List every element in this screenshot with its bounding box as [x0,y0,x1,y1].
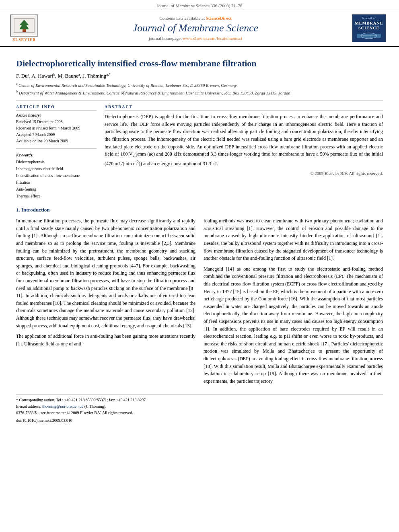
article-info-label: ARTICLE INFO [16,105,97,111]
homepage-label: journal homepage: [149,36,182,41]
info-abstract-cols: ARTICLE INFO Article history: Received 1… [16,105,383,199]
corresponding-text: * Corresponding author. Tel.: +49 421 21… [16,398,147,402]
article-history: Article history: Received 15 December 20… [16,113,97,144]
email-line: E-mail address: thoening@uni-bremen.de (… [16,403,383,410]
elsevier-text: ELSEVIER [12,37,36,42]
introduction-section: 1. Introduction In membrane filtration p… [16,207,383,388]
history-online: Available online 20 March 2009 [16,138,97,144]
intro-para-r2: Manegold [14] as one among the first to … [204,265,383,385]
footnote-section: * Corresponding author. Tel.: +49 421 21… [16,394,383,424]
kw-1: Dielectrophoresis [16,158,97,165]
sciencedirect-label: Contents lists available at [159,16,205,21]
history-label: Article history: [16,113,97,117]
article-title: Dielectrophoretically intensified cross-… [16,58,383,69]
intro-right: fouling methods was used to clean membra… [204,217,383,388]
jl-line1: journal of [362,16,376,20]
intro-para-r1: fouling methods was used to clean membra… [204,217,383,262]
authors-text: F. Dua, A. Hawarib, M. Baunea, J. Thömin… [16,73,111,79]
intro-left: In membrane filtration processes, the pe… [16,217,195,388]
kw-5: Anti-fouling [16,186,97,193]
intro-title: 1. Introduction [16,207,383,213]
history-received: Received 15 December 2008 [16,119,97,125]
affiliation-b: b Department of Water Management & Envir… [16,89,383,96]
journal-header: ELSEVIER Contents lists available at Sci… [0,10,399,47]
kw-4: filtration [16,179,97,186]
jl-line2: MEMBRANE [355,21,383,25]
jl-graphic [357,32,381,40]
abstract-text: Dielectrophoresis (DEP) is applied for t… [105,113,383,167]
divider [16,100,383,101]
main-content: Dielectrophoretically intensified cross-… [0,47,399,432]
keywords-label: Keywords: [16,153,97,157]
divider-kw [16,148,97,149]
sciencedirect-line: Contents lists available at ScienceDirec… [40,16,351,21]
journal-name: Journal of Membrane Science [40,22,351,34]
page: Journal of Membrane Science 336 (2009) 7… [0,0,399,432]
kw-6: Thermal effect [16,193,97,199]
journal-citation: Journal of Membrane Science 336 (2009) 7… [0,0,399,10]
kw-2: Inhomogeneous electric field [16,165,97,172]
intro-para-1: In membrane filtration processes, the pe… [16,217,195,329]
svg-rect-3 [23,29,26,32]
kw-3: Intensification of cross-flow membrane [16,172,97,179]
journal-title-center: Contents lists available at ScienceDirec… [40,16,351,41]
intro-cols: In membrane filtration processes, the pe… [16,217,383,388]
elsevier-logo: ELSEVIER [8,14,40,42]
elsevier-logo-image [10,14,38,37]
intro-para-2: The application of additional force in a… [16,333,195,347]
keywords-section: Keywords: Dielectrophoresis Inhomogeneou… [16,153,97,199]
journal-logo-right: journal of MEMBRANE SCIENCE [351,14,387,42]
email-label: E-mail address: [16,404,41,409]
journal-logo-box: journal of MEMBRANE SCIENCE [352,14,386,42]
history-accepted: Accepted 7 March 2009 [16,131,97,138]
history-revised: Received in revised form 4 March 2009 [16,125,97,131]
issn-line: 0376-7388/$ – see front matter © 2009 El… [16,410,383,416]
email-owner: (J. Thöming). [84,404,107,409]
corresponding-author: * Corresponding author. Tel.: +49 421 21… [16,397,383,403]
email-address[interactable]: thoening@uni-bremen.de [42,404,83,409]
doi-line: doi:10.1016/j.memsci.2009.03.010 [16,417,383,424]
jl-line3: SCIENCE [358,25,379,30]
abstract-col: ABSTRACT Dielectrophoresis (DEP) is appl… [105,105,383,199]
affiliations: a Center of Environmental Research and S… [16,82,383,97]
abstract-label: ABSTRACT [105,105,383,111]
journal-homepage: journal homepage: www.elsevier.com/locat… [40,36,351,41]
homepage-url[interactable]: www.elsevier.com/locate/memsci [183,36,243,41]
sciencedirect-link[interactable]: ScienceDirect [206,16,232,21]
copyright-line: © 2009 Elsevier B.V. All rights reserved… [105,171,383,176]
affiliation-a: a Center of Environmental Research and S… [16,82,383,88]
citation-text: Journal of Membrane Science 336 (2009) 7… [156,3,242,8]
article-info-col: ARTICLE INFO Article history: Received 1… [16,105,97,199]
authors-line: F. Dua, A. Hawarib, M. Baunea, J. Thömin… [16,72,383,79]
